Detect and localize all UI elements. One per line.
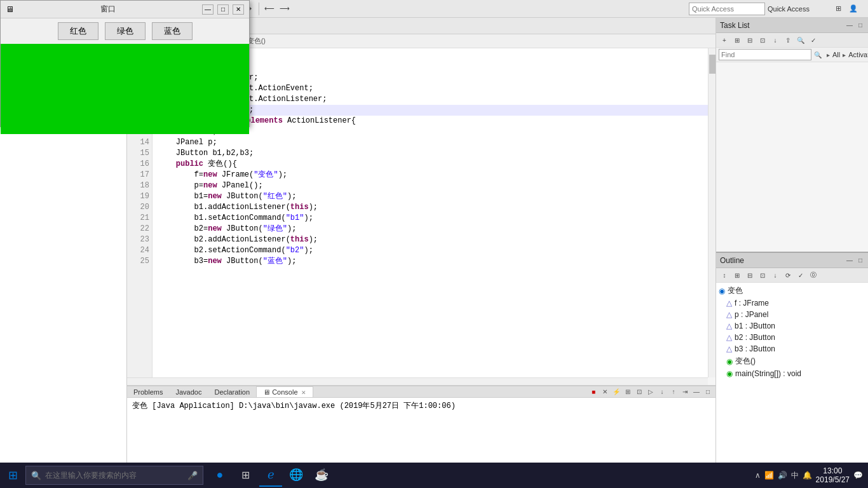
outline-field-f[interactable]: △ f : JFrame bbox=[716, 297, 868, 309]
outline-panel-controls: — □ bbox=[844, 256, 864, 264]
console-btn-4[interactable]: ⊞ bbox=[623, 387, 633, 397]
java-blue-btn[interactable]: 蓝色 bbox=[152, 22, 193, 40]
task-btn-3[interactable]: ⊟ bbox=[744, 34, 756, 46]
perspectives-btn[interactable]: ⊞ bbox=[831, 2, 845, 16]
outline-minimize[interactable]: — bbox=[844, 256, 855, 264]
outline-f-label: f : JFrame bbox=[735, 299, 769, 308]
editor-scrollbar-v[interactable] bbox=[708, 48, 715, 377]
task-btn-6[interactable]: ⇪ bbox=[782, 34, 794, 46]
java-green-btn[interactable]: 绿色 bbox=[105, 22, 146, 40]
task-maximize[interactable]: □ bbox=[857, 21, 864, 29]
task-minimize[interactable]: — bbox=[844, 21, 855, 29]
task-btn-1[interactable]: + bbox=[719, 34, 730, 46]
task-all-label: All bbox=[832, 51, 840, 58]
console-min[interactable]: — bbox=[691, 387, 702, 397]
tab-console[interactable]: 🖥 Console ✕ bbox=[256, 386, 313, 397]
console-btn-7[interactable]: ↓ bbox=[657, 387, 667, 397]
tab-declaration[interactable]: Declaration bbox=[208, 387, 256, 397]
outline-sort-btn[interactable]: ↕ bbox=[719, 269, 730, 281]
tray-notification[interactable]: 🔔 bbox=[803, 471, 812, 480]
console-btn-8[interactable]: ↑ bbox=[668, 387, 679, 397]
outline-btn-5[interactable]: ↓ bbox=[770, 269, 781, 281]
start-button[interactable]: ⊞ bbox=[0, 463, 25, 488]
outline-main-icon: ◉ bbox=[726, 369, 733, 378]
outline-btn-8[interactable]: ⓪ bbox=[808, 269, 819, 281]
toolbar-btn-10[interactable]: ⟵ bbox=[262, 2, 276, 16]
code-line-18: p=new JPanel(); bbox=[158, 180, 710, 191]
outline-field-p[interactable]: △ p : JPanel bbox=[716, 309, 868, 320]
code-line-17: f=new JFrame("变色"); bbox=[158, 170, 710, 180]
outline-btn-2[interactable]: ⊞ bbox=[731, 269, 743, 281]
right-panel: Task List — □ + ⊞ ⊟ ⊡ ↓ ⇪ 🔍 bbox=[715, 18, 868, 488]
clock-time: 13:00 bbox=[816, 466, 850, 475]
outline-field-b1[interactable]: △ b1 : JButton bbox=[716, 320, 868, 332]
user-btn[interactable]: 👤 bbox=[846, 2, 860, 16]
console-btn-3[interactable]: ⚡ bbox=[611, 387, 621, 397]
console-btn-5[interactable]: ⊡ bbox=[634, 387, 644, 397]
task-btn-5[interactable]: ↓ bbox=[770, 34, 781, 46]
code-line-24: b2.setActionCommand("b2"); bbox=[158, 245, 710, 256]
outline-maximize[interactable]: □ bbox=[857, 256, 864, 264]
console-btn-9[interactable]: ⇥ bbox=[680, 387, 690, 397]
outline-panel-title: Outline bbox=[720, 256, 744, 265]
toolbar-btn-11[interactable]: ⟶ bbox=[278, 2, 292, 16]
task-btn-4[interactable]: ⊡ bbox=[757, 34, 768, 46]
console-max[interactable]: □ bbox=[703, 387, 713, 397]
java-maximize-btn[interactable]: □ bbox=[217, 4, 229, 15]
taskbar-java[interactable]: ☕ bbox=[310, 464, 333, 487]
outline-toolbar: ↕ ⊞ ⊟ ⊡ ↓ ⟳ ✓ ⓪ bbox=[716, 268, 868, 283]
system-clock[interactable]: 13:00 2019/5/27 bbox=[816, 466, 850, 484]
outline-btn-3[interactable]: ⊟ bbox=[744, 269, 756, 281]
taskbar-search[interactable]: 🔍 🎤 bbox=[25, 466, 203, 485]
code-line-22: b2=new JButton("绿色"); bbox=[158, 224, 710, 234]
notification-center[interactable]: 💬 bbox=[853, 471, 863, 480]
java-red-btn[interactable]: 红色 bbox=[58, 22, 98, 40]
outline-main[interactable]: ◉ main(String[]) : void bbox=[716, 368, 868, 379]
code-line-25: b3=new JButton("蓝色"); bbox=[158, 256, 710, 267]
outline-field-b3[interactable]: △ b3 : JButton bbox=[716, 343, 868, 355]
tray-ime[interactable]: 中 bbox=[791, 470, 799, 481]
taskbar-search-input[interactable] bbox=[45, 471, 184, 480]
tray-chevron[interactable]: ∧ bbox=[755, 471, 761, 480]
code-line-16: public 变色(){ bbox=[158, 159, 710, 170]
task-activate-label: Activate... bbox=[848, 51, 868, 58]
quickaccess-input[interactable] bbox=[689, 3, 765, 15]
console-btn-2[interactable]: ✕ bbox=[600, 387, 610, 397]
scrollbar-thumb bbox=[709, 55, 715, 74]
console-stop-btn[interactable]: ■ bbox=[588, 387, 599, 397]
taskbar-cortana[interactable]: ● bbox=[208, 464, 231, 487]
taskbar-edge[interactable]: ℯ bbox=[259, 464, 282, 487]
outline-btn-4[interactable]: ⊡ bbox=[757, 269, 768, 281]
cortana-icon: ● bbox=[217, 468, 224, 482]
task-panel-controls: — □ bbox=[844, 21, 864, 29]
microphone-icon[interactable]: 🎤 bbox=[187, 471, 198, 480]
tray-volume[interactable]: 🔊 bbox=[778, 471, 787, 480]
task-btn-8[interactable]: ✓ bbox=[808, 34, 819, 46]
task-filter-btn[interactable]: 🔍 bbox=[814, 51, 822, 58]
outline-btn-6[interactable]: ⟳ bbox=[782, 269, 794, 281]
editor-scrollbar-h[interactable] bbox=[127, 377, 708, 385]
tab-javadoc[interactable]: Javadoc bbox=[169, 387, 208, 397]
windows-logo: ⊞ bbox=[8, 468, 18, 482]
java-minimize-btn[interactable]: — bbox=[202, 4, 214, 15]
taskbar-tray: ∧ 📶 🔊 中 🔔 13:00 2019/5/27 💬 bbox=[750, 466, 868, 484]
task-panel: Task List — □ + ⊞ ⊟ ⊡ ↓ ⇪ 🔍 bbox=[716, 18, 868, 253]
edge-icon: ℯ bbox=[268, 468, 275, 482]
taskbar-browser2[interactable]: 🌐 bbox=[285, 464, 308, 487]
outline-field-b2[interactable]: △ b2 : JButton bbox=[716, 332, 868, 343]
console-btn-6[interactable]: ▷ bbox=[646, 387, 656, 397]
java-window-canvas bbox=[1, 44, 249, 134]
tray-network[interactable]: 📶 bbox=[764, 471, 774, 480]
outline-panel: Outline — □ ↕ ⊞ ⊟ ⊡ ↓ ⟳ ✓ ⓪ bbox=[716, 253, 868, 488]
task-btn-7[interactable]: 🔍 bbox=[795, 34, 806, 46]
tab-problems[interactable]: Problems bbox=[127, 387, 169, 397]
outline-class[interactable]: ◉ 变色 bbox=[716, 284, 868, 297]
java-close-btn[interactable]: ✕ bbox=[233, 4, 244, 15]
task-btn-2[interactable]: ⊞ bbox=[731, 34, 743, 46]
java-icon: ☕ bbox=[315, 468, 329, 482]
taskbar-task-view[interactable]: ⊞ bbox=[234, 464, 257, 487]
outline-btn-7[interactable]: ✓ bbox=[795, 269, 806, 281]
outline-constructor[interactable]: ◉ 变色() bbox=[716, 355, 868, 368]
outline-constructor-label: 变色() bbox=[735, 356, 756, 367]
task-find-input[interactable] bbox=[719, 49, 811, 60]
